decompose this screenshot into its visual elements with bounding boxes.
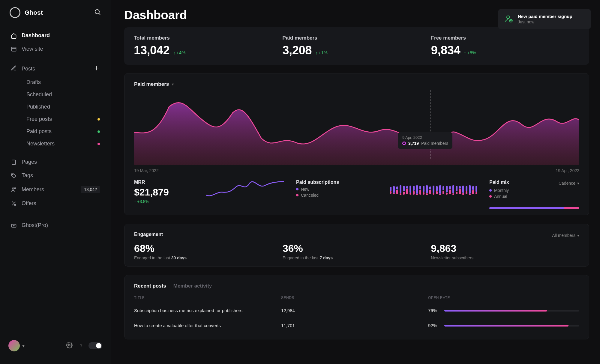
stat-delta: ↑+1% <box>315 50 328 55</box>
tab-member-activity[interactable]: Member activity <box>173 283 212 289</box>
sidebar-label: Newsletters <box>26 141 55 147</box>
main-content: Dashboard Total members 13,042 ↑+4% Paid… <box>111 0 600 364</box>
sidebar-item-ghost-pro[interactable]: Ghost(Pro) <box>6 219 105 232</box>
sidebar-item-members[interactable]: Members 13,042 <box>6 182 105 197</box>
sidebar-label: Scheduled <box>26 91 52 98</box>
paid-mix-metric[interactable]: Paid mix Cadence▾ Monthly Annual <box>489 180 579 209</box>
mix-bar <box>489 207 579 209</box>
sidebar-item-published[interactable]: Published <box>22 101 105 113</box>
table-row[interactable]: How to create a valuable offer that conv… <box>134 318 579 333</box>
notification-toast[interactable]: New paid member signup Just now <box>498 9 591 29</box>
column-header: OPEN RATE <box>428 296 450 300</box>
user-menu[interactable]: ▾ <box>8 340 25 351</box>
sidebar-label: Dashboard <box>22 32 50 39</box>
svg-point-7 <box>12 174 13 175</box>
svg-point-9 <box>14 188 16 189</box>
stat-paid-members[interactable]: Paid members 3,208 ↑+1% <box>282 35 431 57</box>
tab-recent-posts[interactable]: Recent posts <box>134 283 166 289</box>
moon-icon: ☽ <box>79 343 82 348</box>
sidebar-item-free-posts[interactable]: Free posts <box>22 113 105 125</box>
settings-button[interactable] <box>66 342 73 350</box>
legend-label: Monthly <box>494 188 509 193</box>
search-icon[interactable] <box>94 8 101 17</box>
sidebar-label: Members <box>22 186 44 193</box>
svg-point-16 <box>507 16 509 18</box>
sidebar-label: View site <box>22 46 43 52</box>
sidebar-item-pages[interactable]: Pages <box>6 155 105 169</box>
home-icon <box>11 33 17 39</box>
metric-delta: ↑+3.8% <box>134 199 194 204</box>
chart-selector[interactable]: Paid members ▾ <box>134 81 579 87</box>
svg-point-12 <box>14 204 16 205</box>
svg-rect-6 <box>12 160 16 164</box>
chevron-down-icon: ▾ <box>22 343 25 349</box>
table-row[interactable]: Subscription business metrics explained … <box>134 303 579 318</box>
toast-time: Just now <box>518 19 572 24</box>
sidebar-label: Pages <box>22 159 37 165</box>
avatar <box>8 340 20 351</box>
svg-point-8 <box>12 188 14 189</box>
engagement-30d: 68% Engaged in the last 30 days <box>134 239 283 260</box>
arrow-up-icon: ↑ <box>134 199 136 204</box>
legend-label: New <box>301 187 309 192</box>
sidebar-label: Tags <box>22 172 33 179</box>
post-title: How to create a valuable offer that conv… <box>134 323 281 328</box>
paid-subs-metric[interactable]: Paid subscriptions New Canceled <box>296 180 378 198</box>
stats-overview: Total members 13,042 ↑+4% Paid members 3… <box>124 27 589 65</box>
sidebar-item-tags[interactable]: Tags <box>6 169 105 182</box>
legend-dot-icon <box>489 195 492 198</box>
paid-members-panel: Paid members ▾ 9 Apr, 2022 <box>124 73 589 215</box>
sidebar-label: Ghost(Pro) <box>22 222 48 228</box>
toast-title: New paid member signup <box>518 14 572 19</box>
svg-point-14 <box>13 225 14 226</box>
svg-rect-13 <box>12 224 16 227</box>
chevron-down-icon: ▾ <box>577 181 579 186</box>
brand-name: Ghost <box>25 9 43 16</box>
chart-date-end: 19 Apr, 2022 <box>556 168 579 173</box>
arrow-up-icon: ↑ <box>464 50 466 55</box>
legend-label: Canceled <box>301 193 319 198</box>
column-header: SENDS <box>281 296 428 300</box>
brand[interactable]: Ghost <box>10 7 43 18</box>
chart-tooltip: 9 Apr, 2022 3,719 Paid members <box>398 132 452 149</box>
stat-free-members[interactable]: Free members 9,834 ↑+8% <box>431 35 580 57</box>
stat-delta: ↑+8% <box>464 50 476 55</box>
arrow-up-icon: ↑ <box>173 50 176 55</box>
mrr-metric[interactable]: MRR $21,879 ↑+3.8% <box>134 180 194 204</box>
stat-label: Paid members <box>282 35 431 41</box>
new-post-button[interactable] <box>93 65 100 73</box>
sidebar-item-view-site[interactable]: View site <box>6 42 105 56</box>
tooltip-label: Paid members <box>421 141 448 146</box>
engagement-filter[interactable]: All members▾ <box>552 233 579 238</box>
panel-title: Engagement <box>134 232 163 237</box>
chart-date-start: 19 Mar, 2022 <box>134 168 159 173</box>
stat-label: Total members <box>134 35 282 41</box>
post-sends: 11,701 <box>281 323 428 328</box>
cadence-selector[interactable]: Cadence▾ <box>559 181 579 186</box>
status-dot-icon <box>98 130 100 133</box>
sidebar-item-offers[interactable]: Offers <box>6 197 105 210</box>
page-icon <box>11 159 17 165</box>
sidebar-label: Free posts <box>26 116 52 122</box>
sidebar-item-scheduled[interactable]: Scheduled <box>22 88 105 101</box>
stat-value: 9,834 <box>431 43 460 57</box>
sidebar-item-newsletters[interactable]: Newsletters <box>22 138 105 150</box>
tag-icon <box>11 173 17 179</box>
sidebar-item-dashboard[interactable]: Dashboard <box>6 29 105 42</box>
engagement-panel: Engagement All members▾ 68% Engaged in t… <box>124 224 589 267</box>
svg-point-15 <box>68 344 70 346</box>
theme-toggle[interactable] <box>88 342 102 349</box>
stat-value: 3,208 <box>282 43 312 57</box>
metric-value: 9,863 <box>431 243 579 254</box>
sidebar-item-drafts[interactable]: Drafts <box>22 76 105 88</box>
paid-members-chart[interactable]: 9 Apr, 2022 3,719 Paid members <box>134 90 579 165</box>
percent-icon <box>11 201 17 207</box>
post-sends: 12,984 <box>281 308 428 313</box>
sidebar-item-posts[interactable]: Posts <box>11 65 35 73</box>
sidebar-label: Published <box>26 104 50 110</box>
chevron-down-icon: ▾ <box>577 233 579 238</box>
sidebar-item-paid-posts[interactable]: Paid posts <box>22 125 105 138</box>
stat-label: Free members <box>431 35 580 41</box>
newsletter-subscribers: 9,863 Newsletter subscribers <box>431 239 579 260</box>
stat-total-members[interactable]: Total members 13,042 ↑+4% <box>134 35 282 57</box>
